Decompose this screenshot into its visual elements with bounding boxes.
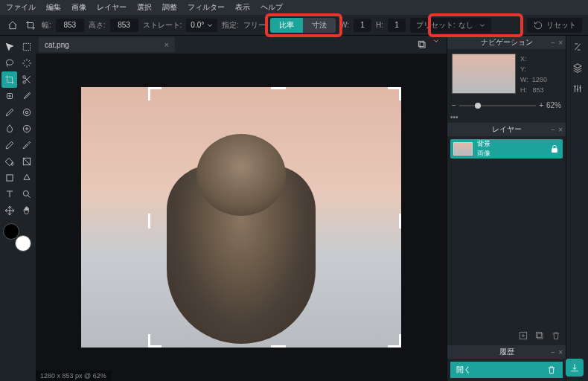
height-input[interactable]	[110, 19, 138, 32]
preset-value: なし	[458, 20, 473, 31]
svg-point-10	[23, 190, 28, 196]
width-label: 幅:	[42, 20, 51, 31]
layer-background[interactable]: 背景 画像	[450, 139, 563, 159]
close-icon[interactable]: ×	[558, 126, 563, 134]
duplicate-layer-icon[interactable]	[534, 330, 545, 341]
w-input[interactable]	[354, 19, 371, 32]
menu-file[interactable]: ファイル	[6, 2, 36, 13]
menu-select[interactable]: 選択	[137, 2, 152, 13]
layers-panel-icon[interactable]	[569, 60, 586, 76]
width-input[interactable]	[56, 19, 84, 32]
height-label: 高さ:	[89, 20, 106, 31]
zoom-slider[interactable]	[459, 105, 536, 106]
svg-rect-15	[537, 333, 543, 339]
w-label: W:	[340, 21, 349, 29]
layers-panel-header: レイヤー −×	[447, 123, 566, 136]
brush-tool-icon[interactable]	[19, 88, 34, 104]
lasso-tool-icon[interactable]	[1, 55, 17, 71]
menu-help[interactable]: ヘルプ	[261, 2, 283, 13]
shape-tool-icon[interactable]	[1, 170, 17, 186]
zoom-tool-icon[interactable]	[19, 186, 34, 202]
clone-tool-icon[interactable]	[19, 104, 34, 121]
zoom-plus[interactable]: +	[539, 101, 543, 109]
gradient-tool-icon[interactable]	[19, 153, 34, 170]
nav-panel-header: ナビゲーション −×	[447, 36, 566, 49]
pointer-tool-icon[interactable]	[1, 39, 17, 55]
home-icon[interactable]	[6, 19, 19, 32]
eyedropper-tool-icon[interactable]	[19, 137, 34, 153]
crop-tool-icon[interactable]	[1, 71, 17, 88]
crop-icon[interactable]	[24, 19, 37, 32]
h-label: H:	[376, 21, 383, 29]
scissors-tool-icon[interactable]	[19, 71, 34, 88]
menu-view[interactable]: 表示	[235, 2, 250, 13]
svg-point-1	[6, 60, 13, 65]
zoom-value: 62%	[546, 101, 561, 109]
size-button[interactable]: 寸法	[303, 18, 336, 33]
right-panels: ナビゲーション −× X: Y: W: 1280 H: 853 − + 62% …	[447, 36, 566, 381]
svg-rect-0	[23, 43, 30, 50]
menu-image[interactable]: 画像	[71, 2, 86, 13]
delete-layer-icon[interactable]	[551, 330, 561, 341]
preset-dropdown[interactable]: プリセット: なし	[410, 18, 491, 33]
duplicate-icon[interactable]	[415, 38, 429, 51]
reset-button[interactable]: リセット	[527, 18, 582, 33]
delete-icon[interactable]	[546, 365, 557, 375]
layer-thumbnail	[453, 142, 473, 156]
color-swatches[interactable]	[1, 223, 34, 253]
layer-subtype: 画像	[477, 149, 545, 159]
close-icon[interactable]: ×	[558, 348, 563, 356]
ratio-button[interactable]: 比率	[270, 18, 303, 33]
tab-close-icon[interactable]: ×	[164, 41, 169, 49]
h-input[interactable]	[388, 19, 406, 32]
svg-rect-16	[536, 332, 541, 337]
zoom-minus[interactable]: −	[452, 101, 456, 109]
fill-tool-icon[interactable]	[1, 153, 17, 170]
straight-label: ストレート:	[143, 20, 182, 31]
minimize-icon[interactable]: −	[551, 39, 555, 47]
nav-thumbnail[interactable]	[452, 54, 516, 94]
minimize-icon[interactable]: −	[551, 126, 555, 134]
color-replace-icon[interactable]	[19, 121, 34, 137]
close-icon[interactable]: ×	[558, 39, 563, 47]
layers-options[interactable]: •••	[447, 111, 566, 123]
tab-cat[interactable]: cat.png ×	[39, 37, 175, 52]
download-button[interactable]	[566, 359, 584, 377]
angle-dropdown[interactable]: 0.0°	[186, 19, 217, 32]
lock-icon[interactable]	[549, 144, 560, 154]
status-bar: 1280 x 853 px @ 62%	[36, 371, 111, 381]
fg-color[interactable]	[3, 223, 19, 240]
ratio-size-toggle[interactable]: 比率 寸法	[270, 18, 336, 33]
left-toolbox	[0, 36, 36, 381]
adjustments-panel-icon[interactable]	[569, 80, 586, 97]
marquee-tool-icon[interactable]	[19, 39, 34, 55]
history-open[interactable]: 開く	[450, 362, 563, 378]
menu-filter[interactable]: フィルター	[188, 2, 225, 13]
bg-color[interactable]	[15, 235, 31, 252]
text-panel-icon[interactable]	[569, 39, 586, 55]
pencil-tool-icon[interactable]	[1, 104, 17, 121]
free-label: フリー	[243, 20, 266, 31]
hand-tool-icon[interactable]	[19, 202, 34, 219]
tab-name: cat.png	[45, 41, 69, 49]
image-cat	[81, 87, 401, 348]
menu-layer[interactable]: レイヤー	[97, 2, 127, 13]
svg-point-6	[23, 109, 30, 115]
document-tabs: cat.png ×	[36, 36, 447, 54]
tab-menu-icon[interactable]	[433, 38, 439, 44]
svg-point-5	[25, 111, 28, 114]
blur-tool-icon[interactable]	[1, 121, 17, 137]
menu-bar: ファイル 編集 画像 レイヤー 選択 調整 フィルター 表示 ヘルプ	[0, 0, 588, 15]
eraser-tool-icon[interactable]	[1, 137, 17, 153]
menu-adjust[interactable]: 調整	[162, 2, 177, 13]
canvas[interactable]	[36, 54, 447, 381]
text-tool-icon[interactable]	[1, 186, 17, 202]
wand-tool-icon[interactable]	[19, 55, 34, 71]
heal-tool-icon[interactable]	[1, 88, 17, 104]
add-layer-icon[interactable]	[518, 330, 528, 341]
minimize-icon[interactable]: −	[551, 348, 555, 356]
menu-edit[interactable]: 編集	[46, 2, 61, 13]
nav-info: X: Y: W: 1280 H: 853	[520, 54, 561, 95]
move-tool-icon[interactable]	[1, 202, 17, 219]
bucket-tool-icon[interactable]	[19, 170, 34, 186]
